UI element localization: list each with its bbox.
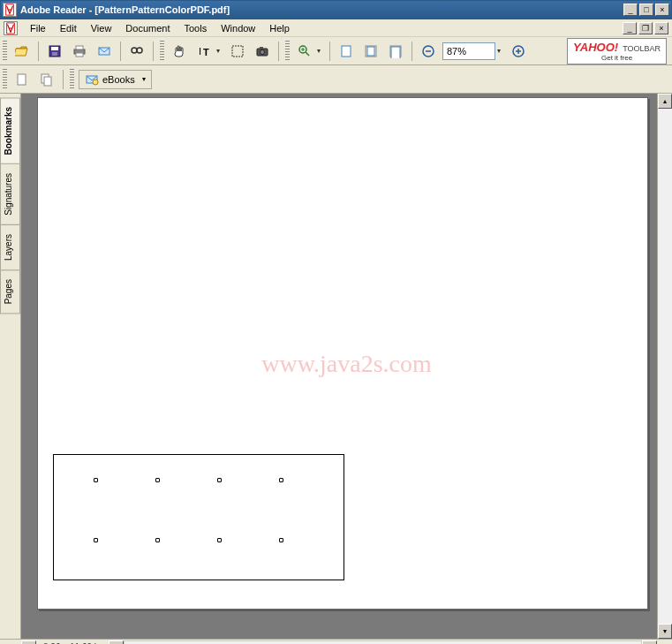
ebooks-label: eBooks	[102, 74, 135, 85]
yahoo-toolbar-button[interactable]: YAHOO! TOOLBAR Get it free	[567, 38, 667, 64]
svg-point-8	[137, 48, 142, 53]
scroll-down-button[interactable]: ▾	[658, 624, 672, 639]
toolbar-grip[interactable]	[3, 69, 7, 90]
actual-size-button[interactable]	[336, 41, 357, 62]
toolbar-grip[interactable]	[3, 41, 7, 62]
horizontal-scroll-row: ◂ 8.26 x 11.69 in ▸ ▸	[0, 639, 672, 644]
toolbar-secondary: eBooks ▾	[0, 65, 672, 94]
menu-document[interactable]: Document	[118, 21, 177, 35]
svg-point-27	[93, 80, 98, 85]
save-button[interactable]	[44, 41, 65, 62]
menu-view[interactable]: View	[84, 21, 119, 35]
svg-text:I: I	[199, 46, 201, 57]
scroll-left-button[interactable]: ◂	[21, 640, 36, 645]
snapshot-tool-button[interactable]	[252, 41, 273, 62]
toolbar-grip[interactable]	[70, 69, 74, 90]
horizontal-scroll-track[interactable]	[124, 640, 642, 645]
close-button[interactable]: ×	[655, 4, 669, 16]
scroll-up-button[interactable]: ▴	[658, 94, 672, 109]
pattern-rectangle	[53, 454, 344, 580]
svg-rect-5	[76, 53, 83, 57]
menu-help[interactable]: Help	[262, 21, 297, 35]
menubar: File Edit View Document Tools Window Hel…	[0, 19, 672, 37]
toolbar-grip[interactable]	[160, 41, 164, 62]
svg-point-7	[132, 48, 137, 53]
ebooks-dropdown[interactable]: eBooks ▾	[79, 70, 152, 89]
svg-text:T: T	[203, 47, 209, 57]
document-page	[37, 97, 648, 610]
zoom-input[interactable]	[442, 42, 495, 60]
svg-rect-23	[18, 74, 26, 85]
app-icon	[3, 3, 17, 17]
svg-rect-20	[391, 47, 400, 58]
scroll-right-button[interactable]: ▸	[109, 640, 124, 645]
mdi-restore-button[interactable]: ❐	[638, 22, 653, 34]
new-document-button[interactable]	[11, 69, 33, 90]
fit-width-button[interactable]	[385, 41, 406, 62]
navigation-panel-tabs: Bookmarks Signatures Layers Pages	[0, 94, 21, 639]
zoom-in-plus-button[interactable]	[508, 41, 529, 62]
tab-pages[interactable]: Pages	[0, 269, 20, 314]
dropdown-arrow-icon[interactable]: ▾	[216, 47, 225, 55]
mdi-minimize-button[interactable]: _	[623, 22, 637, 34]
yahoo-logo-icon: YAHOO!	[573, 41, 618, 54]
svg-rect-16	[342, 46, 351, 57]
content-area: Bookmarks Signatures Layers Pages www.ja…	[0, 94, 672, 639]
svg-rect-18	[367, 47, 374, 56]
copy-button[interactable]	[36, 69, 57, 90]
svg-rect-2	[52, 52, 57, 56]
menu-file[interactable]: File	[23, 21, 53, 35]
print-button[interactable]	[69, 41, 90, 62]
scroll-end-right-button[interactable]: ▸	[642, 640, 657, 645]
menu-window[interactable]: Window	[214, 21, 262, 35]
window-title: Adobe Reader - [PatternPatternColorPDF.p…	[20, 4, 622, 15]
svg-rect-14	[260, 47, 263, 49]
zoom-in-button[interactable]	[294, 41, 315, 62]
vertical-scrollbar[interactable]: ▴ ▾	[657, 94, 672, 639]
scroll-track[interactable]	[658, 109, 672, 624]
select-tool-button[interactable]	[227, 41, 248, 62]
toolbar-grip[interactable]	[285, 41, 290, 62]
svg-rect-4	[76, 46, 83, 49]
mdi-document-icon	[4, 21, 18, 35]
minimize-button[interactable]: _	[623, 4, 638, 16]
svg-rect-1	[51, 47, 58, 50]
open-button[interactable]	[11, 41, 33, 62]
menu-edit[interactable]: Edit	[53, 21, 84, 35]
zoom-out-button[interactable]	[418, 41, 439, 62]
email-button[interactable]	[94, 41, 115, 62]
text-select-tool-button[interactable]: IT	[193, 41, 215, 62]
menu-tools[interactable]: Tools	[177, 21, 215, 35]
tab-signatures[interactable]: Signatures	[0, 163, 20, 225]
dropdown-arrow-icon[interactable]: ▾	[317, 47, 326, 55]
tab-layers[interactable]: Layers	[0, 224, 20, 270]
window-titlebar: Adobe Reader - [PatternPatternColorPDF.p…	[0, 0, 672, 19]
fit-page-button[interactable]	[360, 41, 381, 62]
dropdown-arrow-icon[interactable]: ▾	[497, 47, 506, 55]
hand-tool-button[interactable]	[169, 41, 190, 62]
svg-rect-11	[232, 46, 243, 57]
svg-point-13	[260, 49, 265, 54]
svg-rect-25	[44, 77, 51, 86]
tab-bookmarks[interactable]: Bookmarks	[0, 97, 20, 164]
maximize-button[interactable]: □	[639, 4, 653, 16]
toolbar-primary: IT ▾ ▾ ▾ YAHOO! TOOLBAR Get it free	[0, 37, 672, 65]
mdi-close-button[interactable]: ×	[654, 22, 668, 34]
dropdown-arrow-icon: ▾	[142, 75, 146, 83]
search-button[interactable]	[126, 41, 147, 62]
document-viewport[interactable]: www.java2s.com ▴ ▾	[21, 94, 672, 639]
